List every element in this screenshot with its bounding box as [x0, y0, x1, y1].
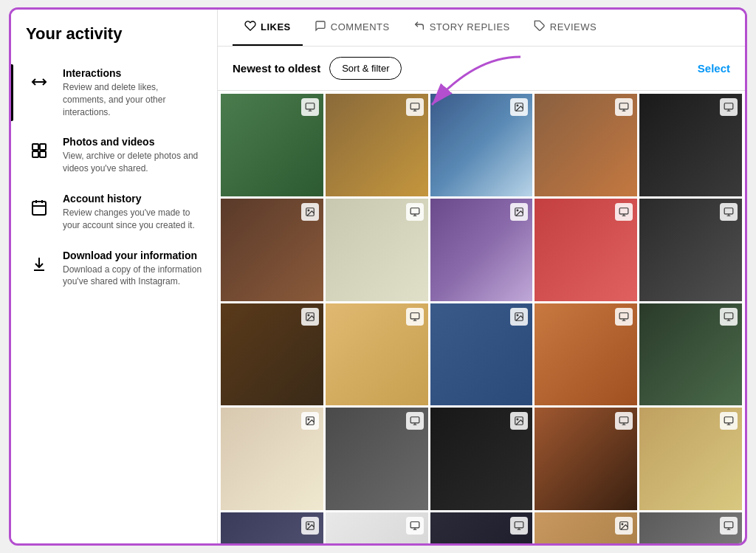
grid-item[interactable]	[639, 408, 742, 510]
grid-item-type-icon	[615, 203, 633, 221]
grid-item[interactable]	[326, 94, 428, 196]
grid-item[interactable]	[326, 303, 428, 406]
sidebar-item-interactions[interactable]: Interactions Review and delete likes, co…	[11, 58, 217, 127]
grid-item-type-icon	[510, 308, 528, 326]
tag-icon	[534, 20, 546, 34]
svg-rect-39	[410, 522, 419, 528]
svg-rect-21	[619, 208, 628, 214]
photo-icon	[305, 207, 315, 217]
video-icon	[619, 416, 629, 426]
grid-item-type-icon	[406, 308, 424, 326]
grid-item-image	[221, 94, 323, 196]
svg-rect-5	[32, 202, 46, 215]
svg-point-17	[308, 210, 309, 211]
tab-comments-label: COMMENTS	[331, 21, 390, 32]
grid-item-type-icon	[301, 203, 319, 221]
download-icon	[26, 251, 52, 278]
svg-rect-3	[32, 151, 38, 157]
tab-likes-label: LIKES	[261, 21, 291, 32]
grid-item[interactable]	[535, 303, 637, 406]
grid-item-type-icon	[406, 517, 424, 535]
sidebar-item-account-history[interactable]: Account history Review changes you've ma…	[11, 184, 217, 241]
grid-item[interactable]	[535, 94, 637, 196]
grid-item[interactable]	[430, 94, 533, 196]
heart-icon	[244, 20, 256, 34]
svg-point-13	[517, 105, 518, 106]
grid-item-type-icon	[406, 203, 424, 221]
photo-icon	[305, 416, 315, 426]
grid-item[interactable]	[639, 199, 742, 301]
grid-item[interactable]	[326, 512, 428, 543]
photo-icon	[514, 312, 524, 322]
grid-item[interactable]	[430, 303, 533, 406]
photo-icon	[514, 207, 524, 217]
grid-item-image	[535, 512, 637, 543]
grid-item[interactable]	[326, 408, 428, 510]
grid-item-image	[326, 408, 428, 510]
sort-label: Newest to oldest	[233, 62, 320, 75]
grid-item[interactable]	[535, 512, 637, 543]
tab-likes[interactable]: LIKES	[233, 10, 303, 46]
grid-item[interactable]	[535, 199, 637, 301]
svg-rect-25	[410, 312, 419, 318]
photos-icon	[26, 137, 52, 164]
sidebar-item-photos-videos[interactable]: Photos and videos View, archive or delet…	[11, 127, 217, 184]
photo-icon	[305, 312, 315, 322]
grid-item-type-icon	[720, 412, 738, 430]
interactions-icon	[26, 69, 52, 95]
photos-label: Photos and videos	[63, 136, 202, 148]
grid-item-type-icon	[720, 203, 738, 221]
grid-item-type-icon	[301, 98, 319, 116]
photo-icon	[305, 521, 315, 531]
calendar-icon	[26, 194, 52, 221]
grid-item[interactable]	[221, 94, 323, 196]
account-history-label: Account history	[63, 193, 202, 205]
svg-rect-10	[306, 103, 315, 109]
grid-item[interactable]	[535, 408, 637, 510]
sidebar-item-download[interactable]: Download your information Download a cop…	[11, 241, 217, 298]
grid-item-type-icon	[720, 98, 738, 116]
grid-item[interactable]	[639, 94, 742, 196]
comment-icon	[315, 20, 326, 34]
svg-rect-11	[410, 103, 419, 109]
tab-story-replies[interactable]: STORY REPLIES	[402, 10, 522, 46]
tab-reviews[interactable]: REVIEWS	[522, 10, 608, 46]
grid-item[interactable]	[430, 408, 533, 510]
grid-item-image	[326, 303, 428, 406]
select-button[interactable]: Select	[698, 62, 730, 75]
sort-filter-button[interactable]: Sort & filter	[329, 57, 402, 80]
svg-rect-22	[724, 208, 733, 214]
svg-rect-43	[724, 522, 733, 528]
grid-item[interactable]	[326, 199, 428, 301]
svg-rect-18	[410, 208, 419, 214]
svg-point-42	[622, 523, 623, 525]
video-icon	[724, 521, 734, 531]
grid-item-type-icon	[510, 412, 528, 430]
photo-icon	[514, 416, 524, 426]
tab-reviews-label: REVIEWS	[550, 21, 597, 32]
video-icon	[619, 312, 629, 322]
grid-item[interactable]	[221, 199, 323, 301]
grid-item[interactable]	[639, 303, 742, 406]
svg-point-24	[308, 315, 309, 316]
grid-item-image	[430, 94, 533, 196]
main-content: LIKES COMMENTS STORY REPLIES	[218, 10, 745, 543]
grid-item[interactable]	[639, 512, 742, 543]
grid-item-image	[639, 303, 742, 406]
grid-item-type-icon	[615, 517, 633, 535]
grid-item[interactable]	[221, 408, 323, 510]
grid-item[interactable]	[221, 303, 323, 406]
tab-comments[interactable]: COMMENTS	[303, 10, 402, 46]
svg-rect-15	[724, 103, 733, 109]
grid-item-image	[535, 303, 637, 406]
grid-item-type-icon	[615, 412, 633, 430]
video-icon	[410, 312, 420, 322]
grid-item[interactable]	[221, 512, 323, 543]
svg-rect-2	[40, 144, 46, 150]
svg-rect-29	[724, 312, 733, 318]
video-icon	[724, 416, 734, 426]
grid-item[interactable]	[430, 512, 533, 543]
grid-item-type-icon	[301, 517, 319, 535]
grid-item[interactable]	[430, 199, 533, 301]
reply-icon	[413, 20, 425, 34]
